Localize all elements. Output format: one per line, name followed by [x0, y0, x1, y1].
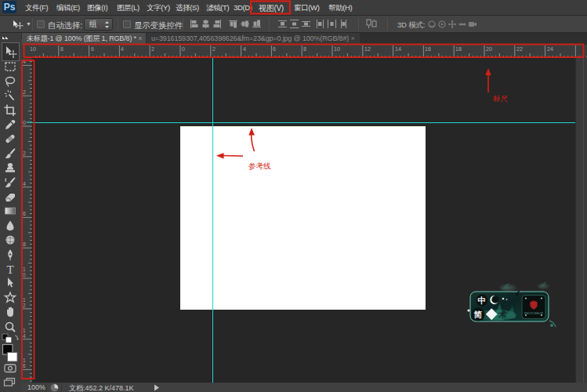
svg-text:简: 简	[473, 310, 483, 319]
svg-text:22: 22	[516, 46, 523, 52]
svg-text:2: 2	[23, 151, 26, 156]
svg-text:4: 4	[243, 46, 246, 52]
svg-text:0: 0	[23, 272, 26, 278]
svg-text:8: 8	[23, 241, 26, 247]
svg-text:4: 4	[23, 333, 26, 339]
svg-text:12: 12	[364, 46, 371, 52]
svg-text:6: 6	[23, 211, 26, 216]
svg-text:8: 8	[60, 46, 63, 52]
svg-text:10: 10	[334, 46, 340, 52]
svg-text:1: 1	[23, 328, 26, 333]
svg-text:6: 6	[91, 46, 94, 52]
svg-text:2: 2	[23, 89, 26, 95]
svg-text:6: 6	[273, 46, 276, 52]
svg-text:PHOTOSHOP: PHOTOSHOP	[524, 312, 544, 315]
svg-text:中: 中	[478, 296, 487, 305]
svg-text:6: 6	[23, 363, 26, 368]
svg-text:术: 术	[498, 310, 507, 319]
svg-text:8: 8	[303, 46, 306, 52]
svg-text:24: 24	[547, 46, 553, 52]
svg-text:4: 4	[23, 59, 26, 64]
svg-text:18: 18	[455, 46, 462, 52]
svg-text:1: 1	[23, 358, 26, 363]
svg-text:2: 2	[151, 46, 154, 52]
svg-text:4: 4	[23, 181, 26, 187]
svg-text:2: 2	[212, 46, 216, 52]
svg-text:1: 1	[23, 267, 26, 272]
svg-text:1: 1	[23, 297, 26, 303]
svg-text:14: 14	[395, 46, 401, 52]
svg-text:0: 0	[182, 46, 185, 52]
svg-text:20: 20	[486, 46, 492, 52]
svg-text:16: 16	[425, 46, 431, 52]
svg-text:T: T	[6, 263, 13, 276]
svg-text:0: 0	[23, 120, 26, 125]
svg-text:10: 10	[30, 46, 36, 52]
svg-text:2: 2	[23, 303, 26, 308]
svg-text:4: 4	[121, 46, 124, 52]
